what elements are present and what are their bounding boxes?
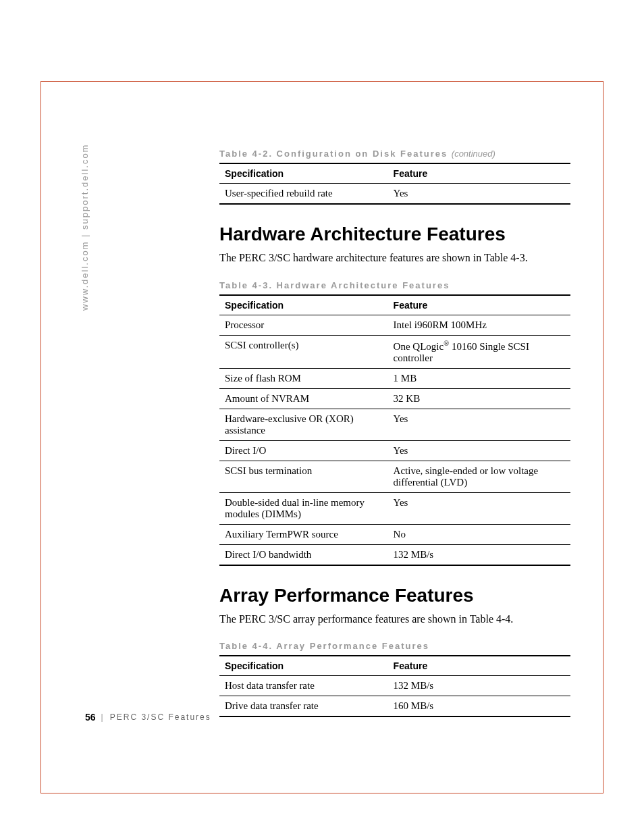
table-4-4-caption: Table 4-4. Array Performance Features — [219, 641, 570, 651]
footer-divider: | — [101, 712, 105, 722]
cell-feat: Yes — [388, 409, 570, 440]
cell-feat: 132 MB/s — [388, 676, 570, 696]
cell-spec: Direct I/O — [219, 440, 388, 461]
cell-feat: Yes — [388, 492, 570, 524]
side-url: www.dell.com | support.dell.com — [80, 144, 90, 311]
cell-feat: Yes — [388, 440, 570, 461]
table-row: Processor Intel i960RM 100MHz — [219, 315, 570, 335]
cell-feat: 160 MB/s — [388, 696, 570, 717]
table-4-2-header-feat: Feature — [388, 163, 570, 184]
chapter-title: PERC 3/SC Features — [110, 712, 211, 722]
cell-spec: Drive data transfer rate — [219, 696, 388, 717]
table-4-3-caption: Table 4-3. Hardware Architecture Feature… — [219, 280, 570, 290]
cell-spec: Amount of NVRAM — [219, 388, 388, 409]
table-4-4-header-feat: Feature — [388, 656, 570, 676]
cell-feat: Yes — [388, 184, 570, 205]
page-number: 56 — [85, 712, 96, 723]
table-4-2: Specification Feature User-specified reb… — [219, 163, 570, 205]
cell-feat: No — [388, 524, 570, 544]
intro-hardware-architecture: The PERC 3/SC hardware architecture feat… — [219, 251, 570, 265]
cell-spec: Direct I/O bandwidth — [219, 544, 388, 565]
cell-feat: 32 KB — [388, 388, 570, 409]
table-row: Direct I/O Yes — [219, 440, 570, 461]
cell-spec: User-specified rebuild rate — [219, 184, 388, 205]
table-4-2-continued: (continued) — [452, 149, 495, 159]
cell-spec: SCSI controller(s) — [219, 335, 388, 368]
cell-feat: 1 MB — [388, 368, 570, 388]
table-4-2-header-spec: Specification — [219, 163, 388, 184]
table-row: SCSI bus termination Active, single-ende… — [219, 461, 570, 492]
cell-spec: Auxiliary TermPWR source — [219, 524, 388, 544]
cell-spec: Size of flash ROM — [219, 368, 388, 388]
cell-feat: One QLogic® 10160 Single SCSI controller — [388, 335, 570, 368]
cell-spec: Processor — [219, 315, 388, 335]
table-4-3-header-feat: Feature — [388, 295, 570, 315]
table-row: Hardware-exclusive OR (XOR) assistance Y… — [219, 409, 570, 440]
table-4-4: Specification Feature Host data transfer… — [219, 655, 570, 717]
table-row: Auxiliary TermPWR source No — [219, 524, 570, 544]
table-row: Double-sided dual in-line memory modules… — [219, 492, 570, 524]
cell-spec: SCSI bus termination — [219, 461, 388, 492]
cell-spec: Host data transfer rate — [219, 676, 388, 696]
heading-array-performance: Array Performance Features — [219, 585, 570, 606]
intro-array-performance: The PERC 3/SC array performance features… — [219, 612, 570, 627]
cell-feat: Intel i960RM 100MHz — [388, 315, 570, 335]
table-row: Amount of NVRAM 32 KB — [219, 388, 570, 409]
cell-spec: Double-sided dual in-line memory modules… — [219, 492, 388, 524]
table-4-4-header-spec: Specification — [219, 656, 388, 676]
main-content: Table 4-2. Configuration on Disk Feature… — [219, 149, 570, 736]
table-row: Size of flash ROM 1 MB — [219, 368, 570, 388]
table-4-2-caption-text: Table 4-2. Configuration on Disk Feature… — [219, 149, 452, 159]
table-4-3: Specification Feature Processor Intel i9… — [219, 294, 570, 566]
page-footer: 56 | PERC 3/SC Features — [85, 712, 211, 723]
cell-spec: Hardware-exclusive OR (XOR) assistance — [219, 409, 388, 440]
cell-feat: Active, single-ended or low voltage diff… — [388, 461, 570, 492]
table-row: Direct I/O bandwidth 132 MB/s — [219, 544, 570, 565]
cell-feat: 132 MB/s — [388, 544, 570, 565]
table-4-2-caption: Table 4-2. Configuration on Disk Feature… — [219, 149, 570, 159]
heading-hardware-architecture: Hardware Architecture Features — [219, 224, 570, 245]
table-row: SCSI controller(s) One QLogic® 10160 Sin… — [219, 335, 570, 368]
table-row: Host data transfer rate 132 MB/s — [219, 676, 570, 696]
table-4-3-header-spec: Specification — [219, 295, 388, 315]
table-row: User-specified rebuild rate Yes — [219, 184, 570, 205]
table-row: Drive data transfer rate 160 MB/s — [219, 696, 570, 717]
